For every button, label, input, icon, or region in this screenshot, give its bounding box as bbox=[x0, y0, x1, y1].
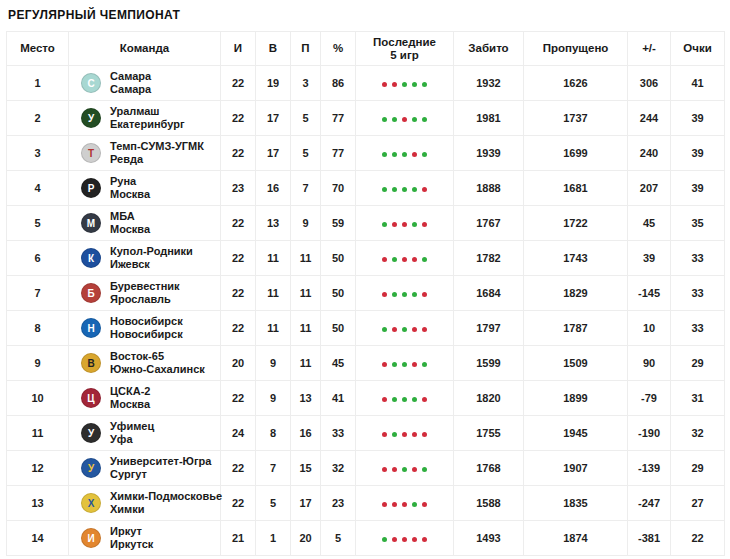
team-cell[interactable]: К Купол-Родники Ижевск bbox=[69, 241, 221, 276]
team-name: Новосибирск bbox=[110, 315, 183, 328]
win-dot-icon bbox=[402, 187, 407, 192]
table-row[interactable]: 1 С Самара Самара 22 19 3 86 1932 1626 3… bbox=[7, 66, 725, 101]
table-row[interactable]: 12 У Университет-Югра Сургут 22 7 15 32 … bbox=[7, 451, 725, 486]
table-row[interactable]: 14 И Иркут Иркутск 21 1 20 5 1493 1874 -… bbox=[7, 521, 725, 556]
place-cell: 11 bbox=[7, 416, 69, 451]
points-cell: 33 bbox=[671, 276, 725, 311]
games-cell: 22 bbox=[221, 451, 256, 486]
table-row[interactable]: 4 Р Руна Москва 23 16 7 70 1888 1681 207… bbox=[7, 171, 725, 206]
conceded-cell: 1737 bbox=[524, 101, 628, 136]
wins-cell: 1 bbox=[256, 521, 291, 556]
loss-dot-icon bbox=[402, 117, 407, 122]
table-row[interactable]: 9 В Восток-65 Южно-Сахалинск 20 9 11 45 … bbox=[7, 346, 725, 381]
last5-dots bbox=[382, 467, 427, 472]
last5-cell bbox=[356, 171, 454, 206]
win-dot-icon bbox=[402, 362, 407, 367]
table-row[interactable]: 11 У Уфимец Уфа 24 8 16 33 1755 1945 -19… bbox=[7, 416, 725, 451]
loss-dot-icon bbox=[382, 82, 387, 87]
conceded-cell: 1509 bbox=[524, 346, 628, 381]
loss-dot-icon bbox=[392, 82, 397, 87]
place-cell: 8 bbox=[7, 311, 69, 346]
last5-dots bbox=[382, 537, 427, 542]
diff-cell: -79 bbox=[628, 381, 671, 416]
win-dot-icon bbox=[402, 152, 407, 157]
losses-cell: 15 bbox=[291, 451, 321, 486]
games-cell: 22 bbox=[221, 66, 256, 101]
team-logo-icon: В bbox=[81, 353, 101, 373]
loss-dot-icon bbox=[382, 257, 387, 262]
table-row[interactable]: 7 Б Буревестник Ярославль 22 11 11 50 16… bbox=[7, 276, 725, 311]
team-cell[interactable]: М МБА Москва bbox=[69, 206, 221, 241]
table-row[interactable]: 8 Н Новосибирск Новосибирск 22 11 11 50 … bbox=[7, 311, 725, 346]
team-cell[interactable]: В Восток-65 Южно-Сахалинск bbox=[69, 346, 221, 381]
table-row[interactable]: 5 М МБА Москва 22 13 9 59 1767 1722 45 3… bbox=[7, 206, 725, 241]
losses-cell: 13 bbox=[291, 381, 321, 416]
team-cell[interactable]: У Университет-Югра Сургут bbox=[69, 451, 221, 486]
diff-cell: -139 bbox=[628, 451, 671, 486]
loss-dot-icon bbox=[392, 502, 397, 507]
pct-cell: 50 bbox=[321, 241, 356, 276]
place-cell: 9 bbox=[7, 346, 69, 381]
win-dot-icon bbox=[422, 257, 427, 262]
team-name: Самара bbox=[110, 70, 151, 83]
games-cell: 22 bbox=[221, 136, 256, 171]
loss-dot-icon bbox=[422, 397, 427, 402]
last5-cell bbox=[356, 206, 454, 241]
table-header: Место Команда И В П % Последние 5 игр За… bbox=[7, 32, 725, 66]
last5-cell bbox=[356, 416, 454, 451]
team-cell[interactable]: У Уфимец Уфа bbox=[69, 416, 221, 451]
table-row[interactable]: 2 У Уралмаш Екатеринбург 22 17 5 77 1981… bbox=[7, 101, 725, 136]
pct-cell: 77 bbox=[321, 101, 356, 136]
team-cell[interactable]: Р Руна Москва bbox=[69, 171, 221, 206]
loss-dot-icon bbox=[422, 327, 427, 332]
win-dot-icon bbox=[382, 537, 387, 542]
diff-cell: -145 bbox=[628, 276, 671, 311]
win-dot-icon bbox=[392, 152, 397, 157]
team-name: Купол-Родники bbox=[110, 245, 193, 258]
table-row[interactable]: 13 Х Химки-Подмосковье Химки 22 5 17 23 … bbox=[7, 486, 725, 521]
last5-dots bbox=[382, 432, 427, 437]
team-cell[interactable]: Б Буревестник Ярославль bbox=[69, 276, 221, 311]
place-cell: 12 bbox=[7, 451, 69, 486]
wins-cell: 11 bbox=[256, 241, 291, 276]
table-row[interactable]: 3 Т Темп-СУМЗ-УГМК Ревда 22 17 5 77 1939… bbox=[7, 136, 725, 171]
table-row[interactable]: 10 Ц ЦСКА-2 Москва 22 9 13 41 1820 1899 … bbox=[7, 381, 725, 416]
column-header-points: Очки bbox=[671, 32, 725, 66]
team-logo-icon: У bbox=[81, 458, 101, 478]
pct-cell: 32 bbox=[321, 451, 356, 486]
win-dot-icon bbox=[422, 467, 427, 472]
loss-dot-icon bbox=[382, 397, 387, 402]
win-dot-icon bbox=[422, 152, 427, 157]
team-cell[interactable]: Т Темп-СУМЗ-УГМК Ревда bbox=[69, 136, 221, 171]
loss-dot-icon bbox=[382, 432, 387, 437]
column-header-conceded: Пропущено bbox=[524, 32, 628, 66]
team-cell[interactable]: Х Химки-Подмосковье Химки bbox=[69, 486, 221, 521]
last5-cell bbox=[356, 521, 454, 556]
wins-cell: 17 bbox=[256, 136, 291, 171]
loss-dot-icon bbox=[422, 432, 427, 437]
last5-dots bbox=[382, 257, 427, 262]
wins-cell: 16 bbox=[256, 171, 291, 206]
pct-cell: 41 bbox=[321, 381, 356, 416]
team-cell[interactable]: С Самара Самара bbox=[69, 66, 221, 101]
place-cell: 4 bbox=[7, 171, 69, 206]
scored-cell: 1782 bbox=[454, 241, 524, 276]
team-cell[interactable]: У Уралмаш Екатеринбург bbox=[69, 101, 221, 136]
losses-cell: 17 bbox=[291, 486, 321, 521]
team-cell[interactable]: Н Новосибирск Новосибирск bbox=[69, 311, 221, 346]
loss-dot-icon bbox=[422, 537, 427, 542]
games-cell: 22 bbox=[221, 486, 256, 521]
team-cell[interactable]: Ц ЦСКА-2 Москва bbox=[69, 381, 221, 416]
team-name: Руна bbox=[110, 175, 150, 188]
column-header-diff: +/- bbox=[628, 32, 671, 66]
team-logo-icon: И bbox=[81, 528, 101, 548]
team-name: Университет-Югра bbox=[110, 455, 211, 468]
team-cell[interactable]: И Иркут Иркутск bbox=[69, 521, 221, 556]
games-cell: 22 bbox=[221, 206, 256, 241]
last5-cell bbox=[356, 276, 454, 311]
games-cell: 20 bbox=[221, 346, 256, 381]
pct-cell: 50 bbox=[321, 311, 356, 346]
losses-cell: 7 bbox=[291, 171, 321, 206]
loss-dot-icon bbox=[412, 257, 417, 262]
table-row[interactable]: 6 К Купол-Родники Ижевск 22 11 11 50 178… bbox=[7, 241, 725, 276]
